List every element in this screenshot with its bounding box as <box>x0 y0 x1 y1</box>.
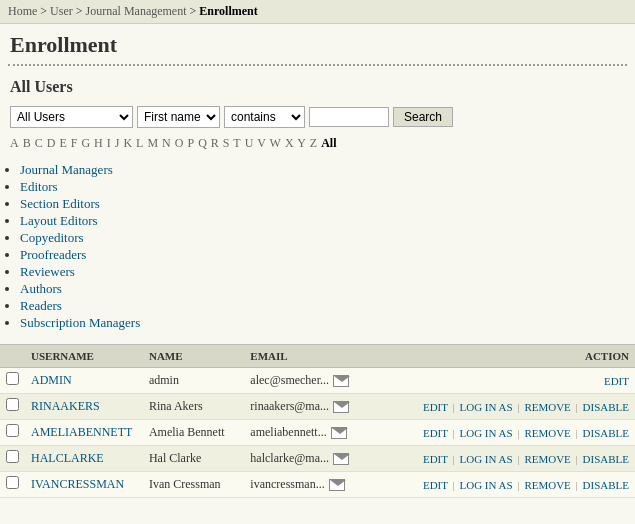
role-editors[interactable]: Editors <box>20 179 58 194</box>
login-as-link-rinaakers[interactable]: LOG IN AS <box>460 401 513 413</box>
role-copyeditors[interactable]: Copyeditors <box>20 230 84 245</box>
name-halclarke: Hal Clarke <box>143 446 244 472</box>
alpha-p[interactable]: P <box>187 136 194 150</box>
breadcrumb-current: Enrollment <box>199 4 257 18</box>
alpha-j[interactable]: J <box>115 136 120 150</box>
alpha-all[interactable]: All <box>321 136 336 150</box>
email-ivancressman: ivancressman... <box>244 472 417 498</box>
role-layout-editors[interactable]: Layout Editors <box>20 213 98 228</box>
disable-link-ameliabennett[interactable]: DISABLE <box>583 427 629 439</box>
page-title: Enrollment <box>0 24 635 60</box>
role-subscription-managers[interactable]: Subscription Managers <box>20 315 140 330</box>
alpha-z[interactable]: Z <box>310 136 317 150</box>
alpha-h[interactable]: H <box>94 136 103 150</box>
login-as-link-ivancressman[interactable]: LOG IN AS <box>460 479 513 491</box>
alpha-f[interactable]: F <box>71 136 78 150</box>
search-button[interactable]: Search <box>393 107 453 127</box>
breadcrumb-user[interactable]: User <box>50 4 73 18</box>
remove-link-halclarke[interactable]: REMOVE <box>524 453 570 465</box>
search-input[interactable] <box>309 107 389 127</box>
table-row: AMELIABENNETT Amelia Bennett ameliabenne… <box>0 420 635 446</box>
username-link-ivancressman[interactable]: IVANCRESSMAN <box>31 477 124 491</box>
breadcrumb: Home > User > Journal Management > Enrol… <box>0 0 635 24</box>
alpha-m[interactable]: M <box>147 136 158 150</box>
edit-link-ameliabennett[interactable]: EDIT <box>423 427 448 439</box>
alpha-e[interactable]: E <box>59 136 66 150</box>
username-link-ameliabennett[interactable]: AMELIABENNETT <box>31 425 132 439</box>
email-icon-ameliabennett <box>331 427 347 439</box>
list-item: Journal Managers <box>20 162 625 178</box>
alpha-y[interactable]: Y <box>297 136 306 150</box>
username-link-halclarke[interactable]: HALCLARKE <box>31 451 104 465</box>
edit-link-halclarke[interactable]: EDIT <box>423 453 448 465</box>
list-item: Editors <box>20 179 625 195</box>
username-link-rinaakers[interactable]: RINAAKERS <box>31 399 100 413</box>
remove-link-ivancressman[interactable]: REMOVE <box>524 479 570 491</box>
alpha-v[interactable]: V <box>257 136 266 150</box>
action-admin: EDIT <box>417 368 635 394</box>
remove-link-ameliabennett[interactable]: REMOVE <box>524 427 570 439</box>
role-authors[interactable]: Authors <box>20 281 62 296</box>
row-check-ameliabennett <box>0 420 25 446</box>
row-check-halclarke <box>0 446 25 472</box>
checkbox-ivancressman[interactable] <box>6 476 19 489</box>
checkbox-halclarke[interactable] <box>6 450 19 463</box>
edit-link-ivancressman[interactable]: EDIT <box>423 479 448 491</box>
email-ameliabennett: ameliabennett... <box>244 420 417 446</box>
alpha-g[interactable]: G <box>81 136 90 150</box>
login-as-link-halclarke[interactable]: LOG IN AS <box>460 453 513 465</box>
email-icon-rinaakers <box>333 401 349 413</box>
alpha-k[interactable]: K <box>123 136 132 150</box>
alpha-i[interactable]: I <box>107 136 111 150</box>
row-check-admin <box>0 368 25 394</box>
role-readers[interactable]: Readers <box>20 298 62 313</box>
checkbox-admin[interactable] <box>6 372 19 385</box>
field-select[interactable]: First name Last name Email <box>137 106 220 128</box>
username-link-admin[interactable]: ADMIN <box>31 373 72 387</box>
list-item: Proofreaders <box>20 247 625 263</box>
alpha-l[interactable]: L <box>136 136 143 150</box>
alpha-s[interactable]: S <box>223 136 230 150</box>
alpha-u[interactable]: U <box>245 136 254 150</box>
email-admin: alec@smecher... <box>244 368 417 394</box>
alpha-w[interactable]: W <box>270 136 281 150</box>
table-row: RINAAKERS Rina Akers rinaakers@ma... EDI… <box>0 394 635 420</box>
checkbox-rinaakers[interactable] <box>6 398 19 411</box>
col-email: EMAIL <box>244 345 417 368</box>
edit-link-rinaakers[interactable]: EDIT <box>423 401 448 413</box>
disable-link-ivancressman[interactable]: DISABLE <box>583 479 629 491</box>
name-ameliabennett: Amelia Bennett <box>143 420 244 446</box>
disable-link-halclarke[interactable]: DISABLE <box>583 453 629 465</box>
title-divider <box>8 64 627 66</box>
list-item: Readers <box>20 298 625 314</box>
alpha-x[interactable]: X <box>285 136 294 150</box>
alpha-b[interactable]: B <box>23 136 31 150</box>
checkbox-ameliabennett[interactable] <box>6 424 19 437</box>
username-halclarke: HALCLARKE <box>25 446 143 472</box>
alpha-t[interactable]: T <box>233 136 240 150</box>
alpha-o[interactable]: O <box>175 136 184 150</box>
edit-link-admin[interactable]: EDIT <box>604 375 629 387</box>
alpha-bar: A B C D E F G H I J K L M N O P Q R S T … <box>0 132 635 157</box>
condition-select[interactable]: contains is starts with <box>224 106 305 128</box>
alpha-a[interactable]: A <box>10 136 19 150</box>
alpha-r[interactable]: R <box>211 136 219 150</box>
breadcrumb-journal-management[interactable]: Journal Management <box>86 4 187 18</box>
login-as-link-ameliabennett[interactable]: LOG IN AS <box>460 427 513 439</box>
alpha-q[interactable]: Q <box>198 136 207 150</box>
action-ameliabennett: EDIT | LOG IN AS | REMOVE | DISABLE <box>417 420 635 446</box>
remove-link-rinaakers[interactable]: REMOVE <box>524 401 570 413</box>
role-list: Journal Managers Editors Section Editors… <box>0 157 635 340</box>
alpha-c[interactable]: C <box>35 136 43 150</box>
role-journal-managers[interactable]: Journal Managers <box>20 162 113 177</box>
role-proofreaders[interactable]: Proofreaders <box>20 247 86 262</box>
breadcrumb-home[interactable]: Home <box>8 4 37 18</box>
col-action: ACTION <box>417 345 635 368</box>
role-select[interactable]: All Users Journal Managers Editors Secti… <box>10 106 133 128</box>
email-icon-halclarke <box>333 453 349 465</box>
alpha-n[interactable]: N <box>162 136 171 150</box>
role-reviewers[interactable]: Reviewers <box>20 264 75 279</box>
disable-link-rinaakers[interactable]: DISABLE <box>583 401 629 413</box>
role-section-editors[interactable]: Section Editors <box>20 196 100 211</box>
alpha-d[interactable]: D <box>47 136 56 150</box>
